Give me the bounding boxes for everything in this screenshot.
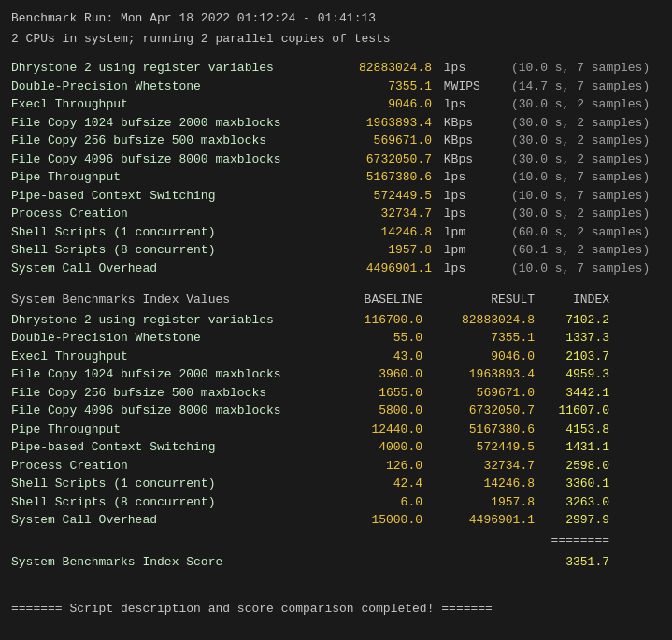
bench-row: Shell Scripts (1 concurrent)14246.8 lpm(… <box>11 223 661 242</box>
bench-row: Shell Scripts (8 concurrent)1957.8 lpm(6… <box>11 241 661 260</box>
bench-details: (10.0 s, 7 samples) <box>507 168 650 187</box>
separator: ======== <box>11 532 609 550</box>
bench-row: System Call Overhead4496901.1 lps(10.0 s… <box>11 260 661 278</box>
score-label: System Benchmarks Index Score <box>11 553 535 572</box>
bench-details: (30.0 s, 2 samples) <box>507 205 650 223</box>
bench-details: (10.0 s, 7 samples) <box>507 260 650 278</box>
bench-label: Shell Scripts (1 concurrent) <box>11 223 329 242</box>
footer-line: ======= Script description and score com… <box>11 600 661 619</box>
header-line1: Benchmark Run: Mon Apr 18 2022 01:12:24 … <box>11 9 661 28</box>
index-data-row: Double-Precision Whetstone55.07355.11337… <box>11 329 661 348</box>
index-data-row: Shell Scripts (8 concurrent)6.01957.8326… <box>11 493 661 512</box>
bench-label: Pipe-based Context Switching <box>11 187 329 206</box>
bench-value: 82883024.8 <box>329 59 432 78</box>
bench-details: (30.0 s, 2 samples) <box>507 132 650 150</box>
bench-label: Process Creation <box>11 205 329 223</box>
bench-unit: lpm <box>432 223 507 242</box>
bench-unit: KBps <box>432 114 507 133</box>
bench-label: Double-Precision Whetstone <box>11 78 329 96</box>
bench-unit: lps <box>432 95 507 114</box>
index-data-row: Dhrystone 2 using register variables1167… <box>11 311 661 330</box>
bench-row: Pipe-based Context Switching572449.5 lps… <box>11 187 661 206</box>
bench-label: Dhrystone 2 using register variables <box>11 59 329 78</box>
bench-label: File Copy 256 bufsize 500 maxblocks <box>11 132 329 150</box>
bench-value: 1963893.4 <box>329 114 432 133</box>
bench-details: (14.7 s, 7 samples) <box>507 78 650 96</box>
index-data-row: Execl Throughput43.09046.02103.7 <box>11 348 661 366</box>
bench-unit: lps <box>432 205 507 223</box>
index-data-row: Pipe Throughput12440.05167380.64153.8 <box>11 420 661 439</box>
bench-unit: lps <box>432 187 507 206</box>
bench-row: Dhrystone 2 using register variables8288… <box>11 59 661 78</box>
bench-row: Pipe Throughput5167380.6 lps(10.0 s, 7 s… <box>11 168 661 187</box>
index-data-row: Process Creation126.032734.72598.0 <box>11 457 661 476</box>
header-line2: 2 CPUs in system; running 2 parallel cop… <box>11 30 661 49</box>
score-value: 3351.7 <box>535 553 609 572</box>
bench-label: System Call Overhead <box>11 260 329 278</box>
table-header-row: System Benchmarks Index ValuesBASELINERE… <box>11 291 661 309</box>
bench-value: 4496901.1 <box>329 260 432 278</box>
bench-value: 14246.8 <box>329 223 432 242</box>
bench-details: (10.0 s, 7 samples) <box>507 187 650 206</box>
bench-unit: lpm <box>432 241 507 260</box>
bench-unit: lps <box>432 59 507 78</box>
bench-value: 32734.7 <box>329 205 432 223</box>
bench-row: Process Creation32734.7 lps(30.0 s, 2 sa… <box>11 205 661 223</box>
bench-details: (30.0 s, 2 samples) <box>507 150 650 169</box>
index-table: System Benchmarks Index ValuesBASELINERE… <box>11 291 661 572</box>
bench-value: 5167380.6 <box>329 168 432 187</box>
bench-unit: MWIPS <box>432 78 507 96</box>
bench-value: 572449.5 <box>329 187 432 206</box>
index-data-row: File Copy 1024 bufsize 2000 maxblocks396… <box>11 365 661 384</box>
bench-details: (60.1 s, 2 samples) <box>507 241 650 260</box>
index-data-row: File Copy 4096 bufsize 8000 maxblocks580… <box>11 402 661 420</box>
index-data-row: Pipe-based Context Switching4000.0572449… <box>11 438 661 457</box>
bench-label: Execl Throughput <box>11 95 329 114</box>
footer: ======= Script description and score com… <box>11 600 661 619</box>
bench-details: (60.0 s, 2 samples) <box>507 223 650 242</box>
bench-row: Double-Precision Whetstone7355.1 MWIPS(1… <box>11 78 661 96</box>
bench-value: 6732050.7 <box>329 150 432 169</box>
index-data-row: System Call Overhead15000.04496901.12997… <box>11 511 661 530</box>
bench-label: File Copy 1024 bufsize 2000 maxblocks <box>11 114 329 133</box>
bench-details: (10.0 s, 7 samples) <box>507 59 650 78</box>
bench-unit: KBps <box>432 150 507 169</box>
bench-value: 9046.0 <box>329 95 432 114</box>
bench-row: File Copy 256 bufsize 500 maxblocks56967… <box>11 132 661 150</box>
bench-unit: lps <box>432 260 507 278</box>
bench-value: 7355.1 <box>329 78 432 96</box>
bench-unit: KBps <box>432 132 507 150</box>
index-data-row: File Copy 256 bufsize 500 maxblocks1655.… <box>11 384 661 403</box>
bench-label: File Copy 4096 bufsize 8000 maxblocks <box>11 150 329 169</box>
header: Benchmark Run: Mon Apr 18 2022 01:12:24 … <box>11 9 661 48</box>
bench-row: Execl Throughput9046.0 lps(30.0 s, 2 sam… <box>11 95 661 114</box>
bench-label: Shell Scripts (8 concurrent) <box>11 241 329 260</box>
index-data-row: Shell Scripts (1 concurrent)42.414246.83… <box>11 475 661 493</box>
bench-details: (30.0 s, 2 samples) <box>507 95 650 114</box>
bench-row: File Copy 1024 bufsize 2000 maxblocks196… <box>11 114 661 133</box>
bench-details: (30.0 s, 2 samples) <box>507 114 650 133</box>
bench-value: 1957.8 <box>329 241 432 260</box>
score-row: System Benchmarks Index Score3351.7 <box>11 553 661 572</box>
bench-label: Pipe Throughput <box>11 168 329 187</box>
benchmark-results: Dhrystone 2 using register variables8288… <box>11 59 661 277</box>
bench-unit: lps <box>432 168 507 187</box>
bench-value: 569671.0 <box>329 132 432 150</box>
bench-row: File Copy 4096 bufsize 8000 maxblocks673… <box>11 150 661 169</box>
